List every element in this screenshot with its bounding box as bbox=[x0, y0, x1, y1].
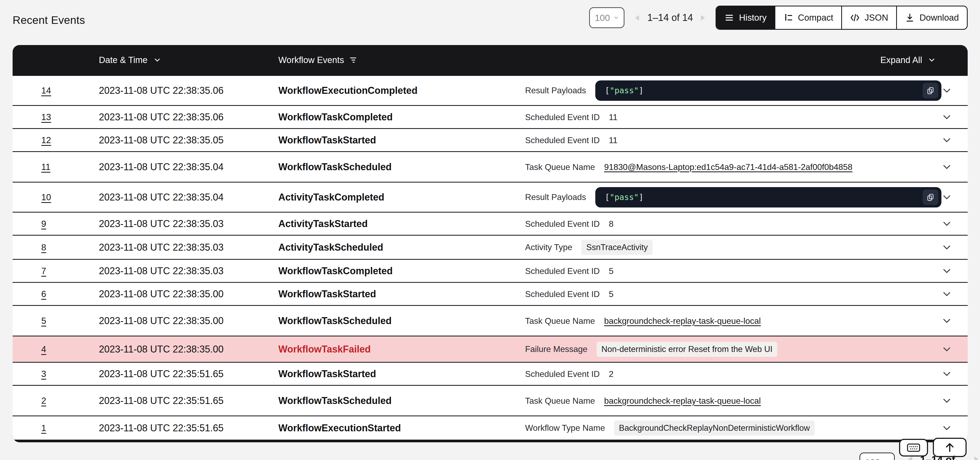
pagination: 1–14 of 14 bbox=[633, 12, 706, 23]
chevron-down-icon[interactable] bbox=[941, 241, 953, 253]
chevron-down-icon bbox=[153, 56, 162, 64]
detail-badge: SsnTraceActivity bbox=[581, 240, 652, 255]
table-row[interactable]: 42023-11-08 UTC 22:38:35.00WorkflowTaskF… bbox=[13, 336, 968, 362]
chevron-down-icon bbox=[613, 15, 619, 21]
event-type: WorkflowTaskScheduled bbox=[278, 395, 392, 406]
table-row[interactable]: 62023-11-08 UTC 22:38:35.00WorkflowTaskS… bbox=[13, 283, 968, 305]
view-tab-history[interactable]: History bbox=[716, 6, 775, 29]
detail-label: Result Payloads bbox=[525, 86, 586, 96]
table-row[interactable]: 82023-11-08 UTC 22:38:35.03ActivityTaskS… bbox=[13, 236, 968, 259]
copy-button[interactable] bbox=[923, 190, 938, 205]
chevron-down-icon[interactable] bbox=[941, 161, 953, 173]
event-id-link[interactable]: 13 bbox=[41, 112, 51, 122]
next-page-icon[interactable] bbox=[972, 455, 980, 460]
prev-page-icon[interactable] bbox=[633, 14, 641, 21]
event-id-link[interactable]: 8 bbox=[41, 242, 46, 252]
detail-badge: BackgroundCheckReplayNonDeterministicWor… bbox=[614, 421, 815, 436]
per-page-select-bottom[interactable]: 100 bbox=[859, 452, 895, 460]
arrow-up-icon bbox=[944, 441, 956, 453]
detail-link[interactable]: backgroundcheck-replay-task-queue-local bbox=[604, 396, 761, 406]
chevron-down-icon[interactable] bbox=[941, 218, 953, 230]
table-row[interactable]: 132023-11-08 UTC 22:38:35.06WorkflowTask… bbox=[13, 106, 968, 128]
detail-label: Workflow Type Name bbox=[525, 423, 605, 433]
chevron-down bbox=[941, 134, 953, 146]
event-detail: Scheduled Event ID2 bbox=[525, 369, 942, 379]
workflow-events-column-header[interactable]: Workflow Events bbox=[278, 55, 358, 65]
chevron-down-icon[interactable] bbox=[941, 368, 953, 380]
detail-link[interactable]: 91830@Masons-Laptop:ed1c54a9-ac71-41d4-a… bbox=[604, 162, 853, 172]
event-id-link[interactable]: 5 bbox=[41, 316, 46, 326]
event-type: WorkflowExecutionCompleted bbox=[278, 85, 417, 96]
date-time-column-header[interactable]: Date & Time bbox=[99, 55, 162, 65]
event-detail: Scheduled Event ID11 bbox=[525, 135, 942, 145]
chevron-down bbox=[941, 422, 953, 434]
event-id-link[interactable]: 4 bbox=[41, 344, 46, 355]
view-tab-label: JSON bbox=[864, 13, 888, 23]
event-timestamp: 2023-11-08 UTC 22:35:51.65 bbox=[99, 422, 224, 434]
event-detail: Task Queue Namebackgroundcheck-replay-ta… bbox=[525, 316, 942, 326]
chevron-down bbox=[941, 161, 953, 173]
event-id-link[interactable]: 7 bbox=[41, 266, 46, 276]
filter-icon bbox=[349, 56, 358, 64]
event-timestamp: 2023-11-08 UTC 22:38:35.06 bbox=[99, 112, 224, 123]
event-id-link[interactable]: 6 bbox=[41, 289, 46, 299]
chevron-down-icon[interactable] bbox=[941, 265, 953, 277]
view-tab-download[interactable]: Download bbox=[896, 6, 967, 29]
chevron-down-icon[interactable] bbox=[941, 134, 953, 146]
event-id-link[interactable]: 12 bbox=[41, 135, 51, 145]
view-tab-label: Download bbox=[920, 13, 959, 23]
chevron-down-icon[interactable] bbox=[941, 192, 953, 203]
view-tab-label: History bbox=[739, 13, 767, 23]
chevron-down bbox=[941, 315, 953, 327]
table-row[interactable]: 32023-11-08 UTC 22:35:51.65WorkflowTaskS… bbox=[13, 363, 968, 385]
event-detail: Failure MessageNon-deterministic error R… bbox=[525, 342, 942, 357]
code-icon bbox=[850, 13, 860, 22]
event-id-link[interactable]: 3 bbox=[41, 369, 46, 379]
expand-all-button[interactable]: Expand All bbox=[880, 55, 936, 65]
table-row[interactable]: 102023-11-08 UTC 22:38:35.04ActivityTask… bbox=[13, 182, 968, 212]
event-id-link[interactable]: 10 bbox=[41, 192, 51, 202]
event-id-link[interactable]: 14 bbox=[41, 86, 51, 96]
next-page-icon[interactable] bbox=[699, 14, 706, 21]
table-row[interactable]: 22023-11-08 UTC 22:35:51.65WorkflowTaskS… bbox=[13, 386, 968, 415]
chevron-down-icon[interactable] bbox=[941, 85, 953, 96]
table-row[interactable]: 52023-11-08 UTC 22:38:35.00WorkflowTaskS… bbox=[13, 306, 968, 335]
toolbar: 100 1–14 of 14 HistoryCompactJSONDownloa… bbox=[589, 5, 968, 30]
chevron-down-icon[interactable] bbox=[941, 315, 953, 327]
event-id-link[interactable]: 1 bbox=[41, 423, 46, 433]
table-header: Date & Time Workflow Events Expand All bbox=[13, 45, 968, 75]
detail-label: Task Queue Name bbox=[525, 316, 595, 326]
chevron-down-icon[interactable] bbox=[941, 343, 953, 355]
table-row[interactable]: 142023-11-08 UTC 22:38:35.06WorkflowExec… bbox=[13, 76, 968, 105]
table-row[interactable]: 12023-11-08 UTC 22:35:51.65WorkflowExecu… bbox=[13, 416, 968, 439]
chevron-down-icon[interactable] bbox=[941, 395, 953, 407]
prev-page-icon[interactable] bbox=[907, 455, 914, 460]
view-tab-compact[interactable]: Compact bbox=[775, 6, 841, 29]
detail-label: Failure Message bbox=[525, 344, 587, 354]
per-page-select[interactable]: 100 bbox=[589, 7, 625, 28]
detail-label: Task Queue Name bbox=[525, 162, 595, 172]
list-tree-icon bbox=[783, 13, 793, 22]
event-id-link[interactable]: 11 bbox=[41, 162, 50, 172]
per-page-value: 100 bbox=[595, 13, 610, 23]
chevron-down-icon[interactable] bbox=[941, 422, 953, 434]
event-timestamp: 2023-11-08 UTC 22:38:35.00 bbox=[99, 315, 224, 326]
detail-link[interactable]: backgroundcheck-replay-task-queue-local bbox=[604, 316, 761, 326]
event-id-link[interactable]: 9 bbox=[41, 219, 46, 229]
event-timestamp: 2023-11-08 UTC 22:38:35.00 bbox=[99, 343, 224, 355]
chevron-down-icon[interactable] bbox=[941, 111, 953, 123]
event-detail: Scheduled Event ID11 bbox=[525, 112, 942, 122]
chevron-down bbox=[941, 192, 953, 203]
chevron-down-icon[interactable] bbox=[941, 288, 953, 300]
table-row[interactable]: 92023-11-08 UTC 22:38:35.03ActivityTaskS… bbox=[13, 212, 968, 235]
table-row[interactable]: 122023-11-08 UTC 22:38:35.05WorkflowTask… bbox=[13, 129, 968, 151]
copy-button[interactable] bbox=[923, 83, 938, 98]
detail-label: Scheduled Event ID bbox=[525, 135, 600, 145]
chevron-down bbox=[941, 218, 953, 230]
view-tab-json[interactable]: JSON bbox=[841, 6, 896, 29]
table-row[interactable]: 112023-11-08 UTC 22:38:35.04WorkflowTask… bbox=[13, 152, 968, 182]
event-timestamp: 2023-11-08 UTC 22:38:35.06 bbox=[99, 85, 224, 96]
event-detail: Scheduled Event ID8 bbox=[525, 219, 942, 228]
table-row[interactable]: 72023-11-08 UTC 22:38:35.03WorkflowTaskC… bbox=[13, 260, 968, 282]
event-id-link[interactable]: 2 bbox=[41, 396, 46, 406]
